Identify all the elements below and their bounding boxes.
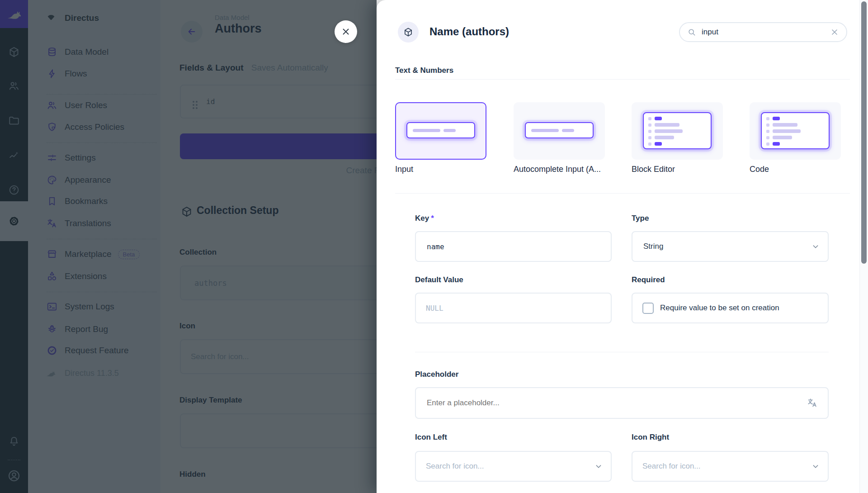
key-label: Key*: [415, 214, 434, 223]
interface-search[interactable]: [679, 22, 847, 42]
scrollbar-thumb[interactable]: [861, 1, 867, 264]
input-preview-graphic: [525, 122, 594, 138]
form-divider: [415, 352, 829, 352]
cards-divider: [395, 193, 850, 194]
required-field-box: Require value to be set on creation: [632, 293, 829, 323]
section-heading: Text & Numbers: [395, 66, 453, 75]
placeholder-input[interactable]: [415, 387, 829, 419]
interface-card-autocomplete-input-a[interactable]: [514, 102, 605, 160]
drawer-title: Name (authors): [429, 25, 509, 38]
icon-right-label: Icon Right: [632, 433, 669, 442]
chevron-down-icon: [594, 461, 604, 471]
input-preview-graphic: [406, 122, 475, 138]
icon-left-label: Icon Left: [415, 433, 447, 442]
chevron-down-icon: [811, 242, 821, 251]
placeholder-label: Placeholder: [415, 370, 458, 379]
icon-left-select[interactable]: Search for icon...: [415, 451, 612, 482]
default-value-input[interactable]: NULL: [415, 293, 612, 323]
interface-card-label: Block Editor: [632, 165, 736, 174]
interface-card-code[interactable]: [750, 102, 841, 160]
close-icon: [341, 27, 351, 37]
interface-card-label: Input: [395, 165, 499, 174]
required-asterisk: *: [431, 214, 434, 223]
box-icon: [403, 27, 413, 37]
key-input[interactable]: [415, 231, 612, 262]
chevron-down-icon: [811, 461, 821, 471]
interface-card-label: Autocomplete Input (A...: [514, 165, 618, 174]
section-divider: [395, 79, 850, 80]
editor-preview-graphic: [643, 112, 712, 149]
drawer-close-button[interactable]: [335, 20, 357, 43]
icon-right-select[interactable]: Search for icon...: [632, 451, 829, 482]
translate-icon[interactable]: [807, 398, 818, 408]
drawer-header-badge: [398, 22, 419, 43]
search-icon: [687, 28, 696, 37]
editor-preview-graphic: [761, 112, 830, 149]
interface-card-label: Code: [750, 165, 854, 174]
drawer-overlay[interactable]: [0, 0, 377, 493]
search-input[interactable]: [701, 27, 816, 37]
type-select[interactable]: String: [632, 231, 829, 262]
interface-card-input[interactable]: [395, 102, 486, 160]
required-option-label: Require value to be set on creation: [660, 303, 779, 313]
field-config-drawer: Name (authors) Text & Numbers InputAutoc…: [377, 0, 868, 493]
type-label: Type: [632, 214, 649, 223]
clear-search-icon[interactable]: [830, 28, 839, 37]
required-checkbox[interactable]: [642, 303, 654, 314]
default-value-label: Default Value: [415, 275, 463, 284]
required-label: Required: [632, 275, 665, 284]
drawer-scrollbar[interactable]: [859, 0, 868, 493]
interface-card-block-editor[interactable]: [632, 102, 723, 160]
